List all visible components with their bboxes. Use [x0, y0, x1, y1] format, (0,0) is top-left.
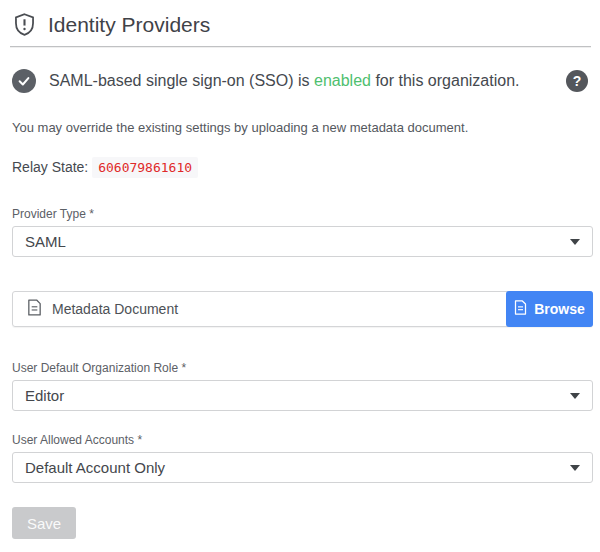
default-org-role-group: User Default Organization Role * Editor [10, 361, 593, 411]
caret-down-icon [570, 465, 580, 471]
shield-exclamation-icon [12, 12, 37, 37]
provider-type-select[interactable]: SAML [12, 226, 593, 257]
caret-down-icon [570, 239, 580, 245]
sso-status-row: SAML-based single sign-on (SSO) is enabl… [10, 69, 593, 93]
relay-state-line: Relay State: 606079861610 [10, 159, 593, 175]
identity-providers-page: Identity Providers SAML-based single sig… [0, 0, 600, 539]
sso-status-text: SAML-based single sign-on (SSO) is enabl… [49, 72, 519, 90]
metadata-document-group: Metadata Document Browse [10, 291, 593, 327]
metadata-document-placeholder: Metadata Document [52, 301, 178, 317]
default-org-role-value: Editor [25, 387, 64, 404]
document-icon [27, 299, 42, 319]
page-title: Identity Providers [48, 13, 210, 37]
status-text-prefix: SAML-based single sign-on (SSO) is [49, 72, 314, 89]
relay-state-label: Relay State: [12, 159, 88, 175]
browse-button[interactable]: Browse [506, 291, 593, 327]
page-header: Identity Providers [10, 12, 593, 46]
allowed-accounts-label: User Allowed Accounts * [12, 433, 593, 447]
default-org-role-select[interactable]: Editor [12, 380, 593, 411]
provider-type-group: Provider Type * SAML [10, 207, 593, 257]
document-icon-white [514, 300, 527, 318]
caret-down-icon [570, 393, 580, 399]
check-circle-icon [12, 69, 36, 93]
allowed-accounts-value: Default Account Only [25, 459, 165, 476]
relay-state-value: 606079861610 [92, 157, 198, 178]
default-org-role-label: User Default Organization Role * [12, 361, 593, 375]
provider-type-value: SAML [25, 233, 66, 250]
status-text-suffix: for this organization. [371, 72, 520, 89]
question-glyph: ? [573, 73, 582, 89]
header-divider [10, 46, 591, 47]
save-button[interactable]: Save [12, 507, 76, 539]
allowed-accounts-group: User Allowed Accounts * Default Account … [10, 433, 593, 483]
override-description: You may override the existing settings b… [10, 120, 593, 135]
status-enabled-highlight: enabled [314, 72, 371, 89]
provider-type-label: Provider Type * [12, 207, 593, 221]
help-icon[interactable]: ? [566, 70, 588, 92]
browse-button-label: Browse [534, 301, 585, 317]
allowed-accounts-select[interactable]: Default Account Only [12, 452, 593, 483]
